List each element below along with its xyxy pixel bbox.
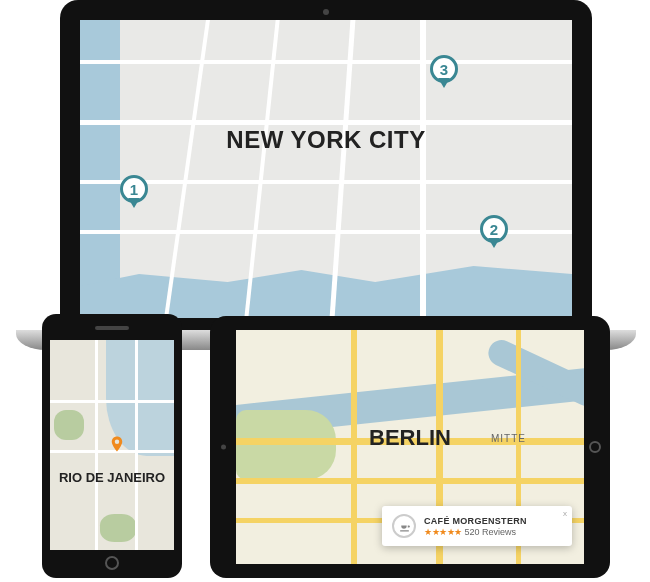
phone-device: RIO DE JANEIRO bbox=[42, 314, 182, 578]
camera-icon bbox=[221, 445, 226, 450]
map-pin-3[interactable]: 3 bbox=[430, 55, 458, 83]
city-title: NEW YORK CITY bbox=[226, 126, 425, 154]
map-rio-de-janeiro[interactable]: RIO DE JANEIRO bbox=[50, 340, 174, 550]
camera-icon bbox=[323, 9, 329, 15]
map-road bbox=[80, 60, 572, 64]
map-water bbox=[80, 20, 120, 318]
district-label: MITTE bbox=[491, 433, 526, 444]
map-road bbox=[244, 20, 279, 318]
map-road bbox=[135, 340, 138, 550]
map-park bbox=[236, 410, 336, 480]
stars-icon: ★★★★★ bbox=[424, 527, 462, 537]
laptop-bezel: NEW YORK CITY 1 2 3 bbox=[60, 0, 592, 330]
home-button-icon[interactable] bbox=[105, 556, 119, 570]
map-road bbox=[420, 20, 426, 318]
map-pin-2[interactable]: 2 bbox=[480, 215, 508, 243]
review-count: 520 Reviews bbox=[465, 527, 517, 537]
pin-number: 3 bbox=[440, 61, 448, 78]
tablet-device: BERLIN MITTE x CAFÉ MORGENSTERN ★★★★★ 52… bbox=[210, 316, 610, 578]
map-new-york[interactable]: NEW YORK CITY 1 2 3 bbox=[80, 20, 572, 318]
laptop-device: NEW YORK CITY 1 2 3 bbox=[60, 0, 592, 350]
map-road bbox=[50, 400, 174, 403]
map-road bbox=[330, 20, 356, 318]
map-road bbox=[95, 340, 98, 550]
speaker-icon bbox=[95, 326, 129, 330]
laptop-screen[interactable]: NEW YORK CITY 1 2 3 bbox=[80, 20, 572, 318]
map-road bbox=[351, 330, 357, 564]
map-berlin[interactable]: BERLIN MITTE x CAFÉ MORGENSTERN ★★★★★ 52… bbox=[236, 330, 584, 564]
map-pin-1[interactable]: 1 bbox=[120, 175, 148, 203]
pin-number: 1 bbox=[130, 181, 138, 198]
tablet-screen[interactable]: BERLIN MITTE x CAFÉ MORGENSTERN ★★★★★ 52… bbox=[236, 330, 584, 564]
pin-number: 2 bbox=[490, 221, 498, 238]
map-road bbox=[236, 478, 584, 484]
map-pin-icon[interactable] bbox=[108, 435, 126, 453]
callout-body: CAFÉ MORGENSTERN ★★★★★ 520 Reviews bbox=[424, 516, 562, 537]
close-icon[interactable]: x bbox=[563, 509, 567, 518]
cafe-icon bbox=[392, 514, 416, 538]
phone-screen[interactable]: RIO DE JANEIRO bbox=[50, 340, 174, 550]
callout-subline: ★★★★★ 520 Reviews bbox=[424, 527, 562, 537]
city-title: RIO DE JANEIRO bbox=[59, 470, 165, 485]
home-button-icon[interactable] bbox=[589, 441, 601, 453]
map-road bbox=[80, 120, 572, 125]
map-park bbox=[100, 514, 136, 542]
map-road bbox=[164, 20, 210, 318]
map-park bbox=[54, 410, 84, 440]
map-road bbox=[80, 180, 572, 184]
map-water bbox=[80, 238, 572, 318]
callout-title: CAFÉ MORGENSTERN bbox=[424, 516, 562, 526]
place-callout[interactable]: x CAFÉ MORGENSTERN ★★★★★ 520 Reviews bbox=[382, 506, 572, 546]
city-title: BERLIN bbox=[369, 425, 451, 451]
